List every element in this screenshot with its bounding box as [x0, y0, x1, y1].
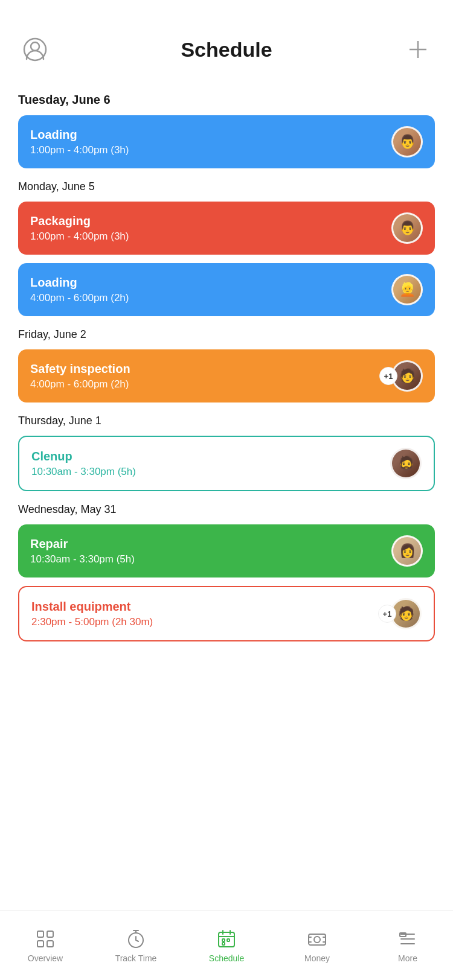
event-title: Packaging: [30, 214, 391, 228]
track-time-icon: [125, 928, 147, 950]
avatar-container: +1 🧑: [378, 598, 422, 629]
profile-icon[interactable]: [22, 36, 48, 63]
event-info: Clenup 10:30am - 3:30pm (5h): [31, 450, 390, 478]
avatar-container: 👱: [391, 274, 423, 305]
event-time: 2:30pm - 5:00pm (2h 30m): [31, 616, 378, 628]
date-thursday: Thursday, June 1: [18, 415, 435, 427]
more-icon: [397, 928, 419, 950]
event-title: Safety inspection: [30, 362, 379, 376]
svg-rect-11: [227, 939, 230, 941]
event-title: Install equipment: [31, 600, 378, 614]
event-info: Loading 1:00pm - 4:00pm (3h): [30, 128, 391, 156]
nav-overview[interactable]: Overview: [0, 928, 91, 963]
avatar: 👨: [391, 126, 423, 158]
avatar-container: 👨: [391, 212, 423, 244]
schedule-content: Tuesday, June 6 Loading 1:00pm - 4:00pm …: [0, 75, 453, 722]
avatar-container: +1 🧑: [379, 360, 423, 392]
date-wednesday: Wednesday, May 31: [18, 503, 435, 516]
event-packaging[interactable]: Packaging 1:00pm - 4:00pm (3h) 👨: [18, 202, 435, 255]
svg-rect-6: [37, 941, 43, 947]
avatar: 🧔: [390, 448, 422, 479]
event-time: 10:30am - 3:30pm (5h): [31, 466, 390, 478]
event-safety-inspection[interactable]: Safety inspection 4:00pm - 6:00pm (2h) +…: [18, 349, 435, 402]
avatar: 👱: [391, 274, 423, 305]
event-clenup[interactable]: Clenup 10:30am - 3:30pm (5h) 🧔: [18, 436, 435, 491]
bottom-navigation: Overview Track Time Schedule: [0, 911, 453, 980]
event-repair[interactable]: Repair 10:30am - 3:30pm (5h) 👩: [18, 524, 435, 578]
header: Schedule: [0, 0, 453, 75]
nav-schedule-label: Schedule: [209, 953, 244, 963]
nav-track-time-label: Track Time: [115, 953, 157, 963]
nav-schedule[interactable]: Schedule: [181, 928, 272, 963]
event-title: Repair: [30, 537, 391, 551]
event-info: Install equipment 2:30pm - 5:00pm (2h 30…: [31, 600, 378, 628]
event-info: Loading 4:00pm - 6:00pm (2h): [30, 276, 391, 304]
event-time: 1:00pm - 4:00pm (3h): [30, 231, 391, 243]
svg-rect-5: [47, 931, 53, 937]
date-friday: Friday, June 2: [18, 328, 435, 341]
event-info: Repair 10:30am - 3:30pm (5h): [30, 537, 391, 565]
add-button[interactable]: [405, 36, 431, 63]
nav-track-time[interactable]: Track Time: [91, 928, 181, 963]
page-title: Schedule: [181, 38, 272, 62]
nav-money-label: Money: [304, 953, 330, 963]
nav-more-label: More: [398, 953, 417, 963]
svg-point-1: [31, 42, 39, 51]
nav-overview-label: Overview: [28, 953, 63, 963]
svg-rect-13: [309, 934, 326, 945]
date-tuesday: Tuesday, June 6: [18, 93, 435, 107]
svg-rect-4: [37, 931, 43, 937]
event-info: Packaging 1:00pm - 4:00pm (3h): [30, 214, 391, 243]
event-title: Loading: [30, 128, 391, 142]
extra-count-badge: +1: [378, 605, 396, 623]
avatar: 👨: [391, 212, 423, 244]
event-loading-monday[interactable]: Loading 4:00pm - 6:00pm (2h) 👱: [18, 263, 435, 316]
svg-rect-7: [47, 941, 53, 947]
event-time: 1:00pm - 4:00pm (3h): [30, 144, 391, 156]
schedule-icon: [216, 928, 237, 950]
extra-count-badge: +1: [379, 367, 397, 385]
event-time: 10:30am - 3:30pm (5h): [30, 553, 391, 565]
svg-rect-10: [222, 939, 225, 941]
event-info: Safety inspection 4:00pm - 6:00pm (2h): [30, 362, 379, 390]
date-monday: Monday, June 5: [18, 180, 435, 193]
avatar: 👩: [391, 535, 423, 567]
event-loading-tuesday[interactable]: Loading 1:00pm - 4:00pm (3h) 👨: [18, 115, 435, 168]
event-time: 4:00pm - 6:00pm (2h): [30, 292, 391, 304]
event-title: Loading: [30, 276, 391, 290]
event-title: Clenup: [31, 450, 390, 463]
svg-point-14: [314, 937, 320, 943]
event-time: 4:00pm - 6:00pm (2h): [30, 378, 379, 390]
money-icon: [306, 928, 328, 950]
nav-more[interactable]: More: [362, 928, 453, 963]
avatar-container: 👩: [391, 535, 423, 567]
event-install-equipment[interactable]: Install equipment 2:30pm - 5:00pm (2h 30…: [18, 586, 435, 641]
nav-money[interactable]: Money: [272, 928, 362, 963]
avatar-container: 👨: [391, 126, 423, 158]
avatar-container: 🧔: [390, 448, 422, 479]
overview-icon: [34, 928, 56, 950]
svg-rect-12: [222, 943, 225, 945]
